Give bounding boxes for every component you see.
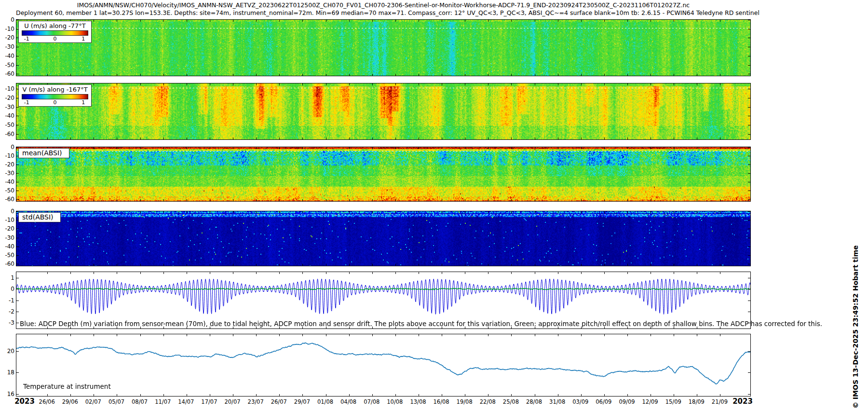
x-tick-label: 16/08 — [429, 398, 453, 405]
y-tick-label: -30 — [1, 44, 14, 50]
x-tick-label: 29/06 — [58, 398, 82, 405]
y-tick-label: -20 — [1, 226, 14, 232]
x-tick-label: 29/07 — [290, 398, 314, 405]
y-tick-label: 18 — [1, 369, 14, 376]
y-tick-label: -20 — [1, 35, 14, 41]
u-velocity-heatmap — [16, 20, 750, 76]
v-legend-title: V (m/s) along -167°T — [21, 86, 89, 93]
x-tick-label: 02/07 — [81, 398, 105, 405]
y-tick-label: -50 — [1, 122, 14, 128]
y-tick-label: -40 — [1, 244, 14, 250]
colorbar-tick: 0 — [54, 99, 57, 106]
y-tick-label: -40 — [1, 53, 14, 59]
x-tick-label: 26/07 — [267, 398, 291, 405]
y-tick-label: -10 — [1, 26, 14, 32]
u-colorbar-legend: U (m/s) along -77°T -1 0 1 — [18, 21, 92, 43]
y-tick-label: -30 — [1, 104, 14, 110]
y-tick-label: -50 — [1, 252, 14, 259]
y-tick-label: 1 — [1, 275, 14, 281]
watermark-text: © IMOS 13-Dec-2025 23:49:52 Hobart time — [852, 245, 859, 409]
depth-variation-note: Blue: ADCP Depth (m) variation from sens… — [20, 320, 822, 328]
x-tick-label: 05/07 — [104, 398, 128, 405]
y-tick-label: -60 — [1, 196, 14, 203]
y-tick-label: -10 — [1, 153, 14, 159]
panel-mean-absi: mean(ABSI) — [16, 147, 751, 202]
y-tick-label: 0 — [1, 17, 14, 23]
colorbar-tick: 1 — [81, 36, 85, 42]
x-tick-label: 28/08 — [522, 398, 546, 405]
x-tick-label: 19/08 — [452, 398, 476, 405]
temperature-label: Temperature at instrument — [23, 383, 111, 390]
figure-title: IMOS/ANMN/NSW/CH070/Velocity/IMOS_ANMN-N… — [16, 1, 751, 9]
y-tick-label: -60 — [1, 261, 14, 267]
x-tick-label: 07/08 — [360, 398, 384, 405]
x-tick-label: 12/09 — [638, 398, 662, 405]
x-tick-label: 11/07 — [151, 398, 175, 405]
x-axis-year-end: 2023 — [728, 397, 757, 406]
x-tick-label: 13/08 — [406, 398, 430, 405]
colorbar-tick: -1 — [24, 36, 29, 42]
mean-absi-heatmap — [16, 147, 750, 201]
y-tick-label: 0 — [1, 208, 14, 215]
colorbar-tick: 0 — [54, 36, 57, 42]
y-tick-label: -2 — [1, 309, 14, 315]
y-tick-label: -3 — [1, 320, 14, 326]
x-tick-label: 06/09 — [592, 398, 616, 405]
v-velocity-heatmap — [16, 83, 750, 139]
y-tick-label: 0 — [1, 144, 14, 150]
x-tick-label: 10/08 — [383, 398, 407, 405]
adcp-deployment-figure: IMOS/ANMN/NSW/CH070/Velocity/IMOS_ANMN-N… — [0, 0, 868, 410]
v-colorbar-ticks: -1 0 1 — [21, 99, 89, 106]
y-tick-label: -10 — [1, 217, 14, 223]
x-tick-label: 18/09 — [684, 398, 708, 405]
x-tick-label: 26/06 — [35, 398, 59, 405]
y-tick-label: -30 — [1, 235, 14, 241]
u-legend-title: U (m/s) along -77°T — [21, 22, 89, 29]
u-colorbar-ticks: -1 0 1 — [21, 36, 89, 42]
y-tick-label: -40 — [1, 113, 14, 119]
figure-subtitle: Deployment 60, member 1 lat=30.27S lon=1… — [16, 9, 751, 16]
y-tick-label: -60 — [1, 71, 14, 77]
std-absi-heatmap — [16, 211, 750, 266]
v-colorbar — [22, 94, 88, 99]
x-tick-label: 17/07 — [197, 398, 221, 405]
panel-v-velocity: V (m/s) along -167°T -1 0 1 — [16, 83, 751, 140]
u-colorbar — [22, 30, 88, 36]
y-tick-label: -30 — [1, 170, 14, 177]
x-tick-label: 25/08 — [499, 398, 523, 405]
y-tick-label: -60 — [1, 131, 14, 137]
panel-u-velocity: U (m/s) along -77°T -1 0 1 — [16, 19, 751, 76]
x-tick-label: 22/08 — [475, 398, 500, 405]
x-tick-label: 23/07 — [244, 398, 268, 405]
x-tick-label: 01/08 — [313, 398, 338, 405]
mean-absi-label: mean(ABSI) — [18, 148, 69, 158]
y-tick-label: -1 — [1, 298, 14, 304]
colorbar-tick: 1 — [81, 99, 85, 106]
x-tick-label: 04/08 — [337, 398, 361, 405]
x-tick-label: 14/07 — [174, 398, 198, 405]
temperature-plot — [16, 334, 750, 396]
y-tick-label: -20 — [1, 162, 14, 168]
panel-depth-variation: Blue: ADCP Depth (m) variation from sens… — [16, 272, 751, 329]
y-tick-label: 0 — [1, 286, 14, 292]
v-colorbar-legend: V (m/s) along -167°T -1 0 1 — [18, 84, 92, 107]
x-tick-label: 20/07 — [220, 398, 244, 405]
x-tick-label: 09/09 — [615, 398, 639, 405]
x-tick-label: 03/09 — [569, 398, 593, 405]
std-absi-label: std(ABSI) — [18, 212, 61, 222]
y-tick-label: -10 — [1, 86, 14, 92]
y-tick-label: -50 — [1, 62, 14, 68]
y-tick-label: -50 — [1, 188, 14, 194]
panel-temperature: Temperature at instrument — [16, 334, 751, 396]
x-tick-label: 31/08 — [545, 398, 570, 405]
y-tick-label: -20 — [1, 95, 14, 101]
x-tick-label: 08/07 — [128, 398, 152, 405]
x-tick-label: 15/09 — [661, 398, 685, 405]
y-tick-label: -40 — [1, 179, 14, 185]
panel-std-absi: std(ABSI) — [16, 211, 751, 266]
colorbar-tick: -1 — [24, 99, 29, 106]
y-tick-label: 20 — [1, 348, 14, 355]
y-tick-label: 16 — [1, 391, 14, 397]
